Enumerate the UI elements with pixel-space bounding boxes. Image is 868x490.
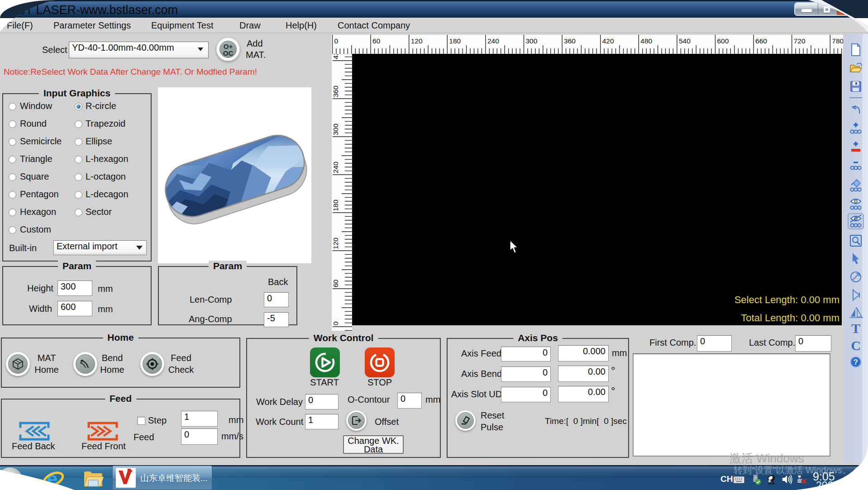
svg-text:0: 0 bbox=[334, 37, 339, 45]
svg-text:180: 180 bbox=[332, 200, 339, 211]
svg-text:C: C bbox=[851, 338, 861, 353]
svg-text:T: T bbox=[851, 321, 860, 336]
svg-text:e: e bbox=[47, 468, 57, 490]
svg-text:480: 480 bbox=[640, 37, 652, 45]
svg-text:240: 240 bbox=[332, 162, 339, 173]
svg-text:600: 600 bbox=[717, 37, 729, 45]
svg-text:420: 420 bbox=[332, 54, 339, 59]
svg-text:?: ? bbox=[854, 358, 858, 366]
svg-text:360: 360 bbox=[332, 86, 339, 97]
svg-text:60: 60 bbox=[372, 37, 381, 45]
svg-text:720: 720 bbox=[794, 37, 806, 45]
svg-text:240: 240 bbox=[487, 37, 499, 45]
svg-text:540: 540 bbox=[679, 37, 691, 45]
svg-text:120: 120 bbox=[332, 238, 339, 249]
svg-text:420: 420 bbox=[602, 37, 614, 45]
svg-text:360: 360 bbox=[564, 37, 576, 45]
svg-text:780: 780 bbox=[832, 37, 844, 45]
svg-text:660: 660 bbox=[755, 37, 767, 45]
svg-text:180: 180 bbox=[449, 37, 461, 45]
svg-text:300: 300 bbox=[332, 124, 339, 135]
svg-text:120: 120 bbox=[411, 37, 423, 45]
svg-text:300: 300 bbox=[526, 37, 538, 45]
svg-text:0: 0 bbox=[332, 321, 339, 325]
svg-text:60: 60 bbox=[332, 279, 339, 287]
